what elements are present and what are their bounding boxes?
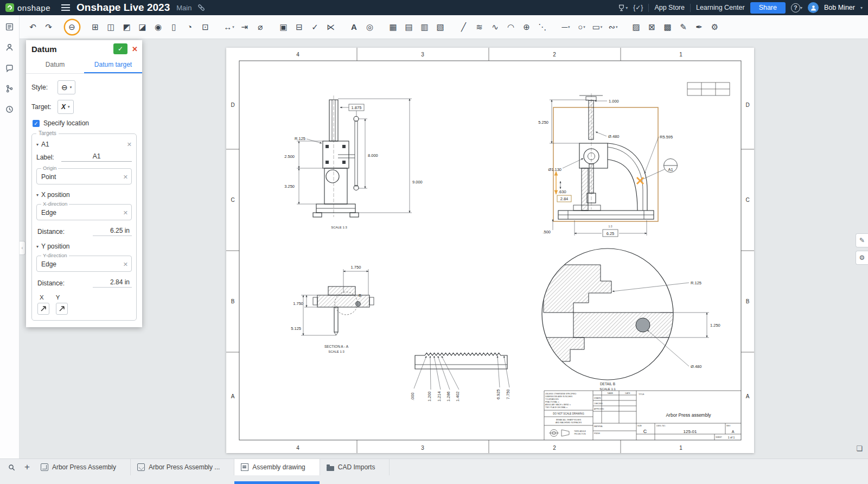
surface-finish-icon[interactable]: ✓: [308, 20, 322, 34]
dim-1000[interactable]: 1.000: [609, 99, 619, 104]
app-store-link[interactable]: App Store: [654, 4, 685, 11]
dim-500[interactable]: .500: [542, 230, 551, 234]
undo-icon[interactable]: ↶: [26, 20, 40, 34]
x-distance-input[interactable]: 6.25 in: [93, 227, 132, 236]
flip-y-button[interactable]: [56, 303, 68, 315]
hole-table-icon[interactable]: ▥: [418, 20, 432, 34]
detail-b-view[interactable]: R.125 1.250 Ø.480 DETAIL B SCALE 1:1: [542, 249, 720, 391]
tab-datum[interactable]: Datum: [26, 58, 84, 73]
weld-symbol-icon[interactable]: ⋉: [324, 20, 338, 34]
dim-2500[interactable]: 2.500: [284, 154, 295, 159]
stamp-approve-icon[interactable]: ✒: [692, 20, 706, 34]
dim-6925[interactable]: 6.925: [496, 389, 501, 399]
redo-icon[interactable]: ↷: [42, 20, 56, 34]
side-section-view[interactable]: 1.000 5.250 Ø.480 R5.595 Ø1.130 .630 2.8…: [538, 93, 677, 237]
dim-dia480-side[interactable]: Ø.480: [608, 134, 619, 139]
user-menu-caret-icon[interactable]: ▾: [860, 5, 863, 10]
dim-dia480-detail[interactable]: Ø.480: [691, 364, 701, 369]
search-tabs-icon[interactable]: [8, 463, 16, 472]
tab-datum-target[interactable]: Datum target: [84, 58, 142, 73]
front-view[interactable]: 1.875 R.125 2.500 3.250 8.000 9.000 SCAL…: [284, 95, 423, 229]
breakout-section-icon[interactable]: ◔: [183, 20, 197, 34]
remove-a1-icon[interactable]: ✕: [127, 141, 132, 148]
y-distance-input[interactable]: 2.84 in: [93, 278, 132, 288]
panel-collapse-handle[interactable]: ‹: [20, 241, 25, 255]
document-title[interactable]: Onshape Live 2023: [76, 2, 170, 14]
dimension-icon[interactable]: ↔ ▾: [222, 20, 236, 34]
drawing-sheet[interactable]: 4 3 2 1 4 3 2 1 D C B A D C B A: [226, 48, 754, 453]
drawing-number[interactable]: 125-01: [684, 429, 697, 434]
dim-1250[interactable]: 1.250: [710, 323, 720, 328]
insert-image-icon[interactable]: ▩: [661, 20, 675, 34]
dim-1750-left[interactable]: 1.750: [293, 301, 303, 306]
main-menu-icon[interactable]: [61, 4, 70, 11]
dim-5125[interactable]: 5.125: [291, 326, 301, 331]
add-tab-button[interactable]: +: [24, 462, 30, 473]
learning-center-link[interactable]: Learning Center: [696, 4, 745, 11]
freeform-spline-icon[interactable]: ∾ ▾: [606, 20, 620, 34]
broken-view-icon[interactable]: ▯: [167, 20, 181, 34]
dim-1875[interactable]: 1.875: [352, 105, 362, 110]
inspection-symbol-icon[interactable]: ◎: [363, 20, 377, 34]
line-tool-icon[interactable]: ╱: [457, 20, 471, 34]
drawing-title[interactable]: Arbor Press assembly: [666, 412, 711, 418]
dim-9000[interactable]: 9.000: [412, 180, 423, 184]
dim-dia1130[interactable]: Ø1.130: [548, 167, 561, 172]
dxf-export-icon[interactable]: ⊠: [645, 20, 659, 34]
dim-8000[interactable]: 8.000: [368, 153, 378, 158]
dim-r125-front[interactable]: R.125: [295, 136, 305, 141]
comments-panel-icon[interactable]: [4, 62, 16, 74]
share-button[interactable]: Share: [750, 2, 786, 14]
dim-625[interactable]: 6.25: [607, 231, 615, 236]
achievements-icon[interactable]: ▾: [617, 4, 628, 12]
datum-target-a1[interactable]: A1: [637, 159, 678, 184]
dim-7750[interactable]: 7.750: [506, 389, 510, 399]
sheets-overview-icon[interactable]: ❏: [853, 442, 866, 455]
collapse-y-position-icon[interactable]: ▾: [36, 244, 39, 249]
flip-x-button[interactable]: [37, 303, 49, 315]
workspace-name[interactable]: Main: [176, 4, 192, 12]
diameter-dimension-icon[interactable]: ⌀: [253, 20, 267, 34]
text-icon[interactable]: A: [347, 20, 361, 34]
dim-000[interactable]: .000: [410, 392, 415, 400]
dim-r5595[interactable]: R5.595: [660, 135, 673, 139]
hatch-tool-icon[interactable]: ▨: [629, 20, 643, 34]
rack-view[interactable]: .000 1.200 1.214 1.286 1.402 6.925 7.750: [410, 353, 510, 402]
note-icon[interactable]: ▣: [277, 20, 291, 34]
revision-table-icon[interactable]: ▧: [433, 20, 448, 34]
tab-arbor-press-assembly[interactable]: Arbor Press Assembly: [34, 459, 131, 475]
x-direction-field[interactable]: X-direction Edge ✕: [36, 204, 132, 220]
crop-view-icon[interactable]: ⊡: [199, 20, 213, 34]
datum-label[interactable]: A1: [668, 167, 673, 172]
rectangle-tool-icon[interactable]: ▭ ▾: [590, 20, 604, 34]
tab-assembly-drawing[interactable]: Assembly drawing: [234, 459, 320, 475]
detail-circle-label[interactable]: B: [359, 293, 361, 298]
drawing-canvas[interactable]: 4 3 2 1 4 3 2 1 D C B A D C B A: [20, 39, 868, 458]
table-icon[interactable]: ▦: [386, 20, 400, 34]
title-block[interactable]: UNLESS OTHERWISE SPECIFIED: DIMENSIONS A…: [544, 391, 741, 440]
dim-r125-detail[interactable]: R.125: [691, 281, 701, 285]
auxiliary-view-icon[interactable]: ◩: [120, 20, 134, 34]
onshape-logo-icon[interactable]: [5, 3, 14, 12]
detail-view-icon[interactable]: ◉: [151, 20, 165, 34]
dim-5250[interactable]: 5.250: [538, 120, 548, 125]
origin-field[interactable]: Origin Point ✕: [36, 168, 132, 184]
dim-1214[interactable]: 1.214: [437, 391, 442, 402]
clear-origin-icon[interactable]: ✕: [123, 174, 128, 181]
projected-view-icon[interactable]: ◫: [104, 20, 118, 34]
section-view-icon[interactable]: ◪: [136, 20, 150, 34]
confirm-button[interactable]: ✓: [113, 43, 127, 54]
multiline-tool-icon[interactable]: ≋: [473, 20, 487, 34]
y-direction-field[interactable]: Y-direction Edge ✕: [36, 256, 132, 272]
circle-tool-icon[interactable]: ⊕: [520, 20, 534, 34]
share-link-icon[interactable]: [197, 3, 206, 12]
target-item-a1[interactable]: A1: [41, 141, 49, 148]
collapse-a1-icon[interactable]: ▾: [36, 142, 39, 147]
dim-1402[interactable]: 1.402: [455, 391, 460, 402]
datum-target-tool-icon[interactable]: ⊖: [65, 20, 79, 34]
cancel-button[interactable]: ✕: [132, 45, 138, 53]
dev-check-icon[interactable]: {✓}: [633, 4, 643, 11]
marker-pen-icon[interactable]: ✎: [676, 20, 691, 34]
user-avatar[interactable]: [808, 2, 819, 13]
ordinate-dimension-icon[interactable]: ⇥: [238, 20, 252, 34]
